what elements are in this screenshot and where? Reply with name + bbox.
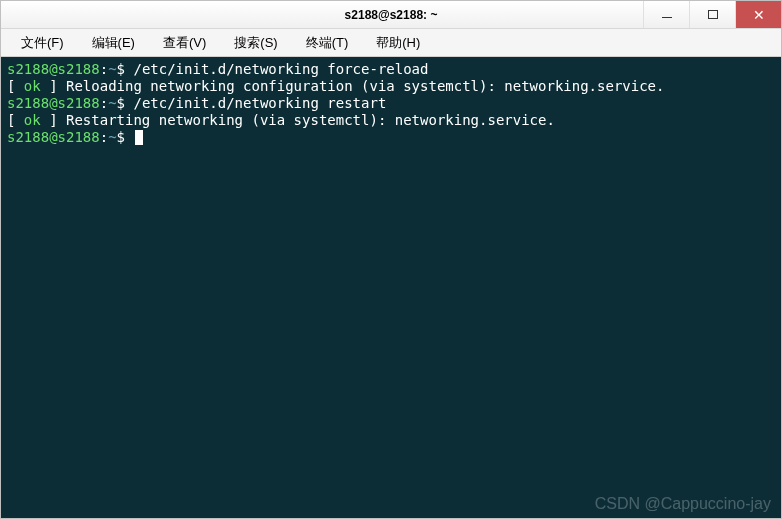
prompt-tilde: ~ bbox=[108, 95, 116, 111]
close-icon: ✕ bbox=[753, 8, 765, 22]
prompt-user: s2188@s2188 bbox=[7, 129, 100, 145]
menu-edit[interactable]: 编辑(E) bbox=[78, 34, 149, 52]
minimize-icon bbox=[662, 17, 672, 18]
command-text: /etc/init.d/networking force-reload bbox=[133, 61, 428, 77]
terminal-line: s2188@s2188:~$ bbox=[7, 129, 775, 146]
prompt-dollar: $ bbox=[117, 61, 134, 77]
terminal-line: [ ok ] Restarting networking (via system… bbox=[7, 112, 775, 129]
prompt-colon: : bbox=[100, 61, 108, 77]
menu-help[interactable]: 帮助(H) bbox=[362, 34, 434, 52]
prompt-dollar: $ bbox=[117, 95, 134, 111]
prompt-dollar: $ bbox=[117, 129, 134, 145]
menu-file[interactable]: 文件(F) bbox=[7, 34, 78, 52]
prompt-tilde: ~ bbox=[108, 61, 116, 77]
close-button[interactable]: ✕ bbox=[735, 1, 781, 28]
bracket-open: [ bbox=[7, 78, 24, 94]
ok-text: ok bbox=[24, 112, 41, 128]
watermark: CSDN @Cappuccino-jay bbox=[595, 495, 771, 512]
menubar: 文件(F) 编辑(E) 查看(V) 搜索(S) 终端(T) 帮助(H) bbox=[1, 29, 781, 57]
message-text: Reloading networking configuration (via … bbox=[66, 78, 664, 94]
command-text: /etc/init.d/networking restart bbox=[133, 95, 386, 111]
prompt-tilde: ~ bbox=[108, 129, 116, 145]
terminal-line: s2188@s2188:~$ /etc/init.d/networking re… bbox=[7, 95, 775, 112]
terminal-area[interactable]: s2188@s2188:~$ /etc/init.d/networking fo… bbox=[1, 57, 781, 518]
bracket-open: [ bbox=[7, 112, 24, 128]
bracket-close: ] bbox=[41, 78, 66, 94]
menu-search[interactable]: 搜索(S) bbox=[220, 34, 291, 52]
cursor-icon bbox=[135, 130, 143, 145]
ok-text: ok bbox=[24, 78, 41, 94]
prompt-colon: : bbox=[100, 129, 108, 145]
menu-view[interactable]: 查看(V) bbox=[149, 34, 220, 52]
menu-terminal[interactable]: 终端(T) bbox=[292, 34, 363, 52]
bracket-close: ] bbox=[41, 112, 66, 128]
minimize-button[interactable] bbox=[643, 1, 689, 28]
maximize-button[interactable] bbox=[689, 1, 735, 28]
terminal-line: s2188@s2188:~$ /etc/init.d/networking fo… bbox=[7, 61, 775, 78]
message-text: Restarting networking (via systemctl): n… bbox=[66, 112, 555, 128]
prompt-user: s2188@s2188 bbox=[7, 95, 100, 111]
terminal-line: [ ok ] Reloading networking configuratio… bbox=[7, 78, 775, 95]
window-controls: ✕ bbox=[643, 1, 781, 28]
maximize-icon bbox=[708, 10, 718, 19]
prompt-colon: : bbox=[100, 95, 108, 111]
prompt-user: s2188@s2188 bbox=[7, 61, 100, 77]
titlebar: s2188@s2188: ~ ✕ bbox=[1, 1, 781, 29]
